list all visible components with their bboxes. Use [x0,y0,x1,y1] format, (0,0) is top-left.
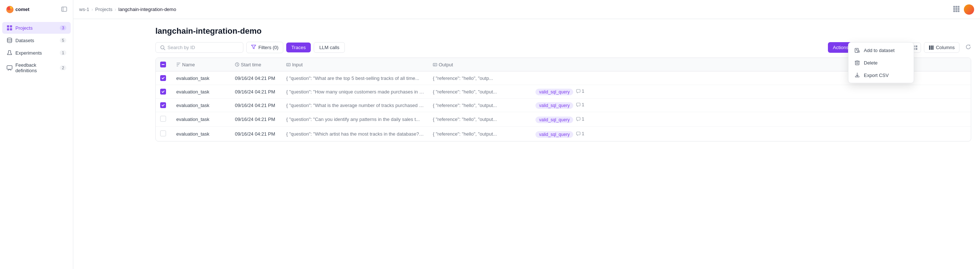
breadcrumb-ws[interactable]: ws-1 [79,6,89,12]
sidebar-collapse-button[interactable] [61,6,67,13]
experiments-icon [6,50,13,56]
row-output: { "reference": "hello", "output... [428,85,531,99]
header-output: Output [428,58,531,72]
breadcrumb-sep-1: › [91,6,93,12]
row-start-time: 09/16/24 04:21 PM [231,72,282,85]
topbar: ws-1 › Projects › langchain-integration-… [73,0,980,19]
dropdown-add-dataset-label: Add to dataset [864,48,895,53]
search-icon [160,45,165,50]
breadcrumb-sep-2: › [115,6,116,12]
filter-button[interactable]: Filters (0) [246,42,283,53]
row-tag[interactable]: valid_sql_query [535,89,573,95]
columns-button[interactable]: Columns [924,42,959,53]
header-checkbox-col [156,58,172,72]
row-checkbox[interactable] [160,75,166,81]
apps-grid-icon[interactable] [953,5,959,13]
table-row[interactable]: evaluation_task09/16/24 04:21 PM{ "quest… [156,127,971,142]
svg-rect-18 [958,8,959,10]
export-csv-icon [854,72,860,78]
header-name: Name [172,58,231,72]
row-comment-badge[interactable]: 1 [576,89,584,94]
sidebar-item-datasets-label: Datasets [15,38,34,43]
tab-traces[interactable]: Traces [286,43,311,53]
row-name: evaluation_task [172,127,231,142]
row-input: { "question": "How many unique customers… [282,85,428,99]
row-input: { "question": "What is the average numbe… [282,99,428,112]
sidebar-item-experiments-label: Experiments [15,50,42,56]
row-tag[interactable]: valid_sql_query [535,116,573,123]
tab-llm-calls[interactable]: LLM calls [314,42,345,53]
header-input: Input [282,58,428,72]
svg-rect-43 [576,89,580,92]
header-input-label: Input [292,62,303,67]
filter-button-label: Filters (0) [258,45,278,50]
row-input: { "question": "Can you identify any patt… [282,112,428,127]
dropdown-delete-label: Delete [864,60,878,65]
refresh-button[interactable] [965,44,971,51]
row-name: evaluation_task [172,72,231,85]
svg-text:comet: comet [15,6,30,12]
row-comment-badge[interactable]: 1 [576,102,584,107]
sidebar-item-projects-label: Projects [15,25,33,31]
sidebar-item-feedback[interactable]: Feedback definitions 2 [2,59,71,76]
svg-rect-20 [955,10,957,12]
svg-rect-4 [62,7,67,11]
header-start-time: Start time [231,58,282,72]
select-all-checkbox[interactable] [160,62,166,67]
svg-rect-19 [953,10,955,12]
columns-icon [929,45,934,50]
svg-rect-44 [576,103,580,106]
comet-logo[interactable]: comet [6,5,35,14]
sidebar-item-experiments-badge: 1 [60,50,66,55]
svg-rect-17 [955,8,957,10]
projects-icon [6,25,13,31]
table-row[interactable]: evaluation_task09/16/24 04:21 PM{ "quest… [156,112,971,127]
sidebar-item-datasets[interactable]: Datasets 5 [2,35,71,46]
table-row[interactable]: evaluation_task09/16/24 04:21 PM{ "quest… [156,99,971,112]
filter-icon [251,45,256,51]
sidebar-item-datasets-badge: 5 [60,38,66,43]
dropdown-export-csv-label: Export CSV [864,73,889,78]
dropdown-add-dataset[interactable]: Add to dataset [848,44,914,56]
svg-rect-21 [958,10,959,12]
row-tag[interactable]: valid_sql_query [535,102,573,109]
table-row[interactable]: evaluation_task09/16/24 04:21 PM{ "quest… [156,85,971,99]
header-name-label: Name [182,62,195,67]
dropdown-export-csv[interactable]: Export CSV [848,69,914,81]
svg-rect-7 [10,25,12,27]
topbar-right [953,5,974,15]
svg-point-2 [10,6,12,9]
row-checkbox[interactable] [160,116,166,122]
row-output: { "reference": "hello", "output... [428,127,531,142]
dropdown-delete[interactable]: Delete [848,56,914,69]
svg-rect-46 [576,132,580,135]
row-start-time: 09/16/24 04:21 PM [231,112,282,127]
row-checkbox[interactable] [160,131,166,136]
tab-traces-label: Traces [291,45,305,50]
search-placeholder: Search by ID [167,45,195,50]
row-comment-badge[interactable]: 1 [576,116,584,122]
sidebar-item-feedback-badge: 2 [60,65,66,70]
row-checkbox[interactable] [160,102,166,108]
row-name: evaluation_task [172,99,231,112]
search-input[interactable]: Search by ID [155,42,243,53]
row-output: { "reference": "hello", "output... [428,99,531,112]
row-tags: valid_sql_query1 [531,127,971,142]
svg-rect-35 [932,45,934,50]
svg-rect-30 [915,45,917,47]
user-avatar[interactable] [964,5,974,15]
feedback-icon [6,65,13,71]
sidebar-item-projects[interactable]: Projects 3 [2,22,71,34]
columns-button-label: Columns [936,45,955,50]
sidebar-item-experiments[interactable]: Experiments 1 [2,47,71,59]
breadcrumb: ws-1 › Projects › langchain-integration-… [79,6,176,12]
actions-dropdown: Add to dataset Delete Export CSV [848,42,914,83]
row-name: evaluation_task [172,85,231,99]
row-tag[interactable]: valid_sql_query [535,131,573,138]
row-checkbox[interactable] [160,89,166,95]
row-comment-badge[interactable]: 1 [576,131,584,136]
row-input: { "question": "What are the top 5 best-s… [282,72,428,85]
header-output-label: Output [439,62,453,67]
sidebar-item-feedback-label: Feedback definitions [15,62,57,73]
breadcrumb-projects[interactable]: Projects [95,6,113,12]
